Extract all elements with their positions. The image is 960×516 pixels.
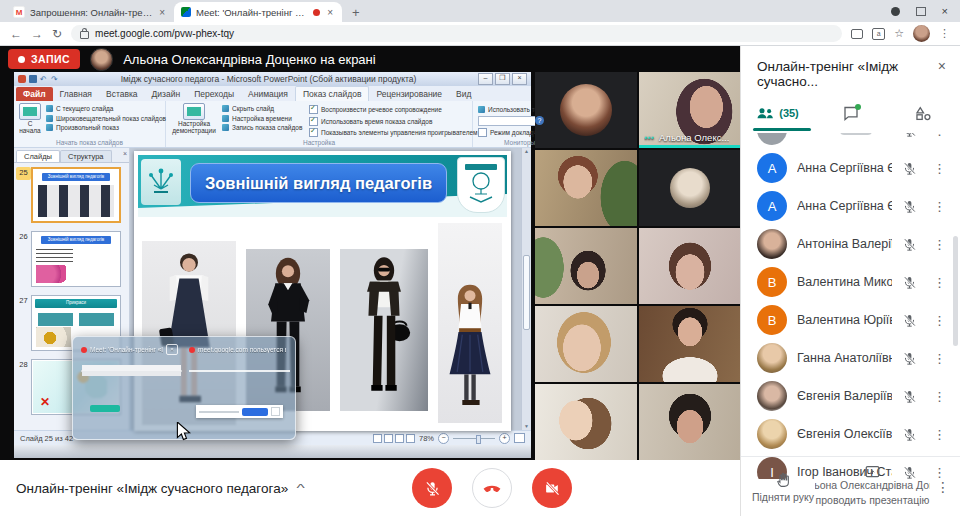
redo-icon[interactable]: ↷ xyxy=(51,75,59,83)
view-mode-icons[interactable] xyxy=(373,434,415,443)
translate-icon[interactable]: a xyxy=(872,28,885,40)
participant-row[interactable]: А Анна Сергіївна Єліна ⋮ xyxy=(741,187,960,225)
undo-icon[interactable]: ↶ xyxy=(40,75,48,83)
ppt-restore-icon[interactable]: ❐ xyxy=(495,73,510,85)
save-icon[interactable] xyxy=(29,75,37,83)
tab-close-icon[interactable]: × xyxy=(325,7,335,18)
mic-muted-icon[interactable] xyxy=(902,275,917,290)
ribbon-checkbox[interactable]: Использовать время показа слайдов xyxy=(309,117,467,126)
help-icon[interactable]: ? xyxy=(535,116,544,125)
ribbon-button[interactable]: Скрыть слайд xyxy=(222,105,304,112)
mic-muted-icon[interactable] xyxy=(902,237,917,252)
checkbox-icon[interactable] xyxy=(478,128,487,137)
extension-icon[interactable] xyxy=(851,29,863,39)
slide-scrollbar[interactable]: ▲▼ xyxy=(521,148,531,430)
mic-muted-button[interactable] xyxy=(412,468,452,508)
tab-slides[interactable]: Слайды xyxy=(16,150,60,162)
close-window-icon[interactable]: × xyxy=(942,5,948,17)
participant-menu-icon[interactable]: ⋮ xyxy=(927,133,952,138)
ribbon-button[interactable]: Широковещательный показ слайдов xyxy=(46,115,166,122)
ribbon-tab[interactable]: Файл xyxy=(16,87,53,101)
setup-slideshow-button[interactable]: Настройка демонстрации xyxy=(171,103,217,137)
end-call-button[interactable] xyxy=(472,468,512,508)
reload-icon[interactable]: ↻ xyxy=(52,27,62,41)
participant-menu-icon[interactable]: ⋮ xyxy=(927,161,952,176)
presenting-menu-icon[interactable]: ⋮ xyxy=(930,479,956,495)
checkbox-icon[interactable] xyxy=(309,105,318,114)
chevron-up-icon[interactable]: ^ xyxy=(297,482,305,494)
camera-off-button[interactable] xyxy=(532,468,572,508)
mic-muted-icon[interactable] xyxy=(902,161,917,176)
slide-thumbnail[interactable]: 25 Зовнішній вигляд педагогів xyxy=(16,167,127,225)
participant-menu-icon[interactable]: ⋮ xyxy=(927,199,952,214)
ribbon-tab[interactable]: Дизайн xyxy=(145,87,188,101)
participant-row[interactable]: Євгенія Валеріївна Цик... ⋮ xyxy=(741,377,960,415)
participant-menu-icon[interactable]: ⋮ xyxy=(927,351,952,366)
mic-muted-icon[interactable] xyxy=(902,199,917,214)
checkbox-icon[interactable] xyxy=(309,117,318,126)
ribbon-button[interactable]: Настройка времени xyxy=(222,115,304,122)
participant-menu-icon[interactable]: ⋮ xyxy=(927,275,952,290)
participant-menu-icon[interactable]: ⋮ xyxy=(927,237,952,252)
participant-video-tile[interactable] xyxy=(535,228,637,304)
participant-menu-icon[interactable]: ⋮ xyxy=(927,313,952,328)
tab-chat[interactable] xyxy=(814,106,887,121)
panel-close-icon[interactable]: × xyxy=(938,58,946,74)
ribbon-tab[interactable]: Вставка xyxy=(99,87,145,101)
mic-muted-icon[interactable] xyxy=(902,389,917,404)
tab-people[interactable]: (35) xyxy=(741,106,814,120)
window-preview-dialog[interactable]: meet.google.com пользуется в... xyxy=(187,343,288,433)
ppt-minimize-icon[interactable]: – xyxy=(478,73,493,85)
participant-menu-icon[interactable]: ⋮ xyxy=(927,427,952,442)
bookmark-star-icon[interactable]: ☆ xyxy=(894,27,904,40)
tab-close-icon[interactable]: × xyxy=(157,7,167,18)
participant-row[interactable]: В Валентина Юріївна Др... ⋮ xyxy=(741,301,960,339)
mic-muted-icon[interactable] xyxy=(902,427,917,442)
participant-video-tile[interactable]: ⋯Альона Олекс... xyxy=(639,72,741,148)
url-bar[interactable]: meet.google.com/pvw-phex-tqy xyxy=(71,25,842,42)
participant-row[interactable]: Ганна Анатоліївна Мир... ⋮ xyxy=(741,339,960,377)
participant-video-tile[interactable] xyxy=(639,384,741,460)
dialog-window-thumbnail[interactable] xyxy=(189,370,290,372)
ribbon-tab[interactable]: Показ слайдов xyxy=(295,86,370,101)
participant-video-tile[interactable] xyxy=(535,72,637,148)
ribbon-button[interactable]: Произвольный показ xyxy=(46,124,166,131)
quick-access-toolbar[interactable]: ↶↷ xyxy=(18,75,59,83)
forward-icon[interactable]: → xyxy=(31,27,43,41)
zoom-out-button[interactable]: − xyxy=(438,433,449,444)
preview-close-icon[interactable]: × xyxy=(166,344,178,355)
scrollbar-thumb[interactable] xyxy=(523,255,530,330)
browser-tab-meet[interactable]: Meet: 'Онлайн-тренінг «Іми × xyxy=(174,2,342,22)
tab-activities[interactable] xyxy=(887,106,960,121)
participant-video-tile[interactable] xyxy=(535,306,637,382)
participant-row[interactable]: Антоніна Валеріївна К... ⋮ xyxy=(741,225,960,263)
browser-menu-icon[interactable]: ⋮ xyxy=(939,27,950,40)
panel-scrollbar[interactable] xyxy=(953,236,958,346)
ppt-close-icon[interactable]: × xyxy=(512,73,527,85)
ribbon-tab[interactable]: Анимация xyxy=(241,87,295,101)
ribbon-button[interactable]: С текущего слайда xyxy=(46,105,166,112)
participant-menu-icon[interactable]: ⋮ xyxy=(927,389,952,404)
fit-to-window-icon[interactable] xyxy=(514,433,525,443)
ribbon-tab[interactable]: Главная xyxy=(53,87,99,101)
participant-video-tile[interactable] xyxy=(535,384,637,460)
participant-row[interactable]: ⋮ xyxy=(741,133,960,149)
mic-muted-icon[interactable] xyxy=(902,351,917,366)
participant-row[interactable]: В Валентина Миколаївн... ⋮ xyxy=(741,263,960,301)
participant-row[interactable]: Євгенія Олексіївна Не... ⋮ xyxy=(741,415,960,453)
window-preview-meet[interactable]: Meet: 'Онлайн-тренінг «Іми...× xyxy=(79,343,180,433)
participant-video-tile[interactable] xyxy=(639,150,741,226)
scroll-down-icon[interactable]: ▼ xyxy=(524,423,529,429)
collapse-panel-icon[interactable]: × xyxy=(123,150,127,162)
new-tab-button[interactable]: + xyxy=(352,5,360,22)
browser-tab-gmail[interactable]: M Запрошення: Онлайн-трені... × xyxy=(6,2,174,22)
restore-window-icon[interactable] xyxy=(916,7,926,16)
profile-avatar[interactable] xyxy=(913,25,930,42)
ribbon-checkbox[interactable]: Показывать элементы управления проигрыва… xyxy=(309,128,467,137)
zoom-in-button[interactable]: + xyxy=(499,433,510,444)
participant-video-tile[interactable] xyxy=(639,306,741,382)
mic-muted-icon[interactable] xyxy=(902,313,917,328)
raise-hand-button[interactable]: Підняти руку xyxy=(751,471,815,503)
ribbon-button[interactable]: Запись показа слайдов xyxy=(222,124,304,131)
zoom-slider-thumb[interactable] xyxy=(476,435,481,444)
